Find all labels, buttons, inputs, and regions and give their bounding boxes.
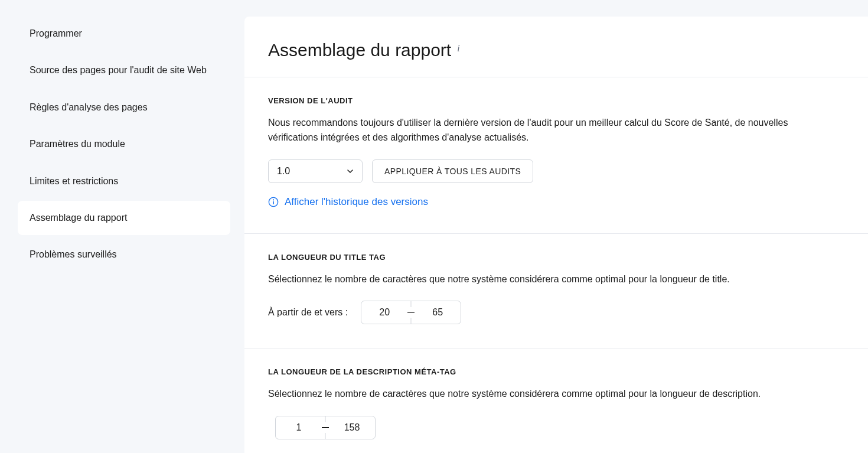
- sidebar-item-module-params[interactable]: Paramètres du module: [18, 127, 230, 161]
- meta-desc-length-to[interactable]: 158: [329, 416, 375, 439]
- page-title: Assemblage du rapport i: [268, 40, 460, 60]
- dash-icon: [407, 312, 415, 314]
- version-history-link[interactable]: Afficher l'historique des versions: [268, 196, 428, 208]
- meta-desc-length-from[interactable]: 1: [276, 416, 322, 439]
- section-meta-desc-length: LA LONGUEUR DE LA DESCRIPTION MÉTA-TAG S…: [244, 348, 868, 453]
- title-length-from[interactable]: 20: [361, 301, 407, 324]
- sidebar-item-analysis-rules[interactable]: Règles d'analyse des pages: [18, 90, 230, 125]
- audit-version-value: 1.0: [277, 166, 290, 177]
- title-length-range-label: À partir de et vers :: [268, 307, 348, 318]
- page-header: Assemblage du rapport i: [244, 17, 868, 77]
- range-separator: [407, 301, 415, 324]
- section-title-meta-desc: LA LONGUEUR DE LA DESCRIPTION MÉTA-TAG: [268, 367, 844, 376]
- section-desc-title-length: Sélectionnez le nombre de caractères que…: [268, 272, 835, 287]
- title-length-to[interactable]: 65: [415, 301, 461, 324]
- meta-desc-length-range[interactable]: 1 158: [275, 416, 376, 439]
- svg-rect-2: [273, 201, 274, 204]
- chevron-down-icon: [347, 168, 354, 175]
- sidebar-item-programmer[interactable]: Programmer: [18, 17, 230, 51]
- title-length-range[interactable]: 20 65: [361, 301, 461, 324]
- section-title-audit-version: VERSION DE L'AUDIT: [268, 96, 844, 105]
- apply-all-audits-button[interactable]: APPLIQUER À TOUS LES AUDITS: [372, 159, 533, 183]
- sidebar-item-report-assembly[interactable]: Assemblage du rapport: [18, 201, 230, 235]
- section-audit-version: VERSION DE L'AUDIT Nous recommandons tou…: [244, 77, 868, 234]
- info-icon[interactable]: i: [457, 43, 459, 54]
- version-history-link-text: Afficher l'historique des versions: [285, 196, 428, 208]
- dash-icon: [322, 427, 329, 428]
- svg-point-1: [273, 199, 274, 200]
- info-circle-icon: [268, 197, 279, 207]
- page-title-text: Assemblage du rapport: [268, 40, 451, 60]
- section-title-length: LA LONGUEUR DU TITLE TAG Sélectionnez le…: [244, 234, 868, 349]
- range-separator: [322, 416, 329, 439]
- section-title-title-length: LA LONGUEUR DU TITLE TAG: [268, 253, 844, 262]
- sidebar-item-limits[interactable]: Limites et restrictions: [18, 164, 230, 198]
- audit-version-select[interactable]: 1.0: [268, 159, 363, 183]
- sidebar-item-monitored-issues[interactable]: Problèmes surveillés: [18, 237, 230, 272]
- sidebar: Programmer Source des pages pour l'audit…: [0, 17, 244, 453]
- section-desc-audit-version: Nous recommandons toujours d'utiliser la…: [268, 116, 835, 145]
- main-content: Assemblage du rapport i VERSION DE L'AUD…: [244, 17, 868, 453]
- sidebar-item-page-source[interactable]: Source des pages pour l'audit de site We…: [18, 53, 230, 87]
- section-desc-meta-desc: Sélectionnez le nombre de caractères que…: [268, 387, 835, 402]
